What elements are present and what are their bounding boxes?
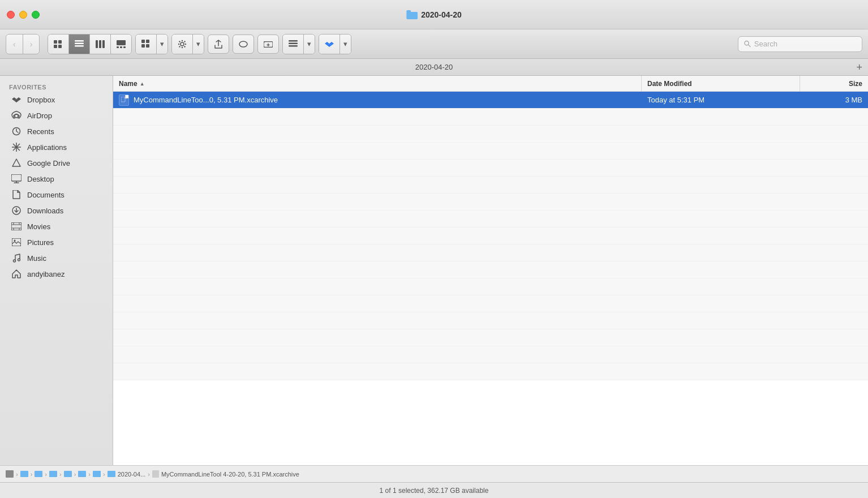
sidebar-item-desktop[interactable]: Desktop: [2, 171, 110, 187]
file-name-text: MyCommandLineToo...0, 5.31 PM.xcarchive: [134, 96, 278, 104]
svg-rect-13: [117, 46, 119, 48]
svg-rect-34: [289, 42, 298, 44]
svg-line-40: [748, 45, 750, 47]
column-name-header[interactable]: Name ▲: [113, 76, 642, 91]
empty-row: [113, 363, 868, 380]
sidebar-item-google-drive[interactable]: Google Drive: [2, 155, 110, 171]
svg-point-26: [184, 41, 186, 42]
share-button[interactable]: [208, 35, 229, 54]
file-name-cell: MyCommandLineToo...0, 5.31 PM.xcarchive: [113, 92, 642, 108]
svg-rect-5: [58, 45, 62, 48]
path-bar-title: 2020-04-20: [415, 63, 453, 71]
new-folder-button[interactable]: [257, 35, 279, 54]
sidebar-item-movies-label: Movies: [27, 222, 50, 231]
breadcrumb-item[interactable]: [49, 471, 57, 477]
svg-rect-63: [12, 238, 21, 246]
breadcrumb-separator: ›: [31, 471, 33, 478]
empty-row: [113, 126, 868, 143]
breadcrumb-item[interactable]: [20, 471, 28, 477]
grid2-icon: [141, 40, 151, 49]
file-size-text: 3 MB: [845, 96, 862, 104]
sort-icon: ▲: [140, 81, 145, 87]
svg-point-28: [184, 46, 186, 47]
forward-button[interactable]: ›: [23, 35, 40, 54]
documents-icon: [11, 190, 22, 200]
action-dropdown-button[interactable]: ▾: [193, 35, 204, 54]
empty-row: [113, 109, 868, 126]
sidebar-item-downloads[interactable]: Downloads: [2, 203, 110, 218]
breadcrumb-item[interactable]: [6, 470, 14, 478]
breadcrumb-item[interactable]: [93, 471, 101, 477]
add-tab-button[interactable]: +: [856, 62, 862, 72]
list-options-dropdown-button[interactable]: ▾: [304, 35, 315, 54]
navigation-buttons: ‹ ›: [6, 34, 40, 54]
sidebar-item-dropbox[interactable]: Dropbox: [2, 92, 110, 108]
breadcrumb-item[interactable]: [64, 471, 72, 477]
breadcrumb-item[interactable]: [78, 471, 86, 477]
column-size-header[interactable]: Size: [800, 76, 868, 91]
google-drive-icon: [11, 158, 22, 168]
downloads-icon: [11, 205, 22, 216]
sidebar-section-label: Favorites: [0, 81, 113, 92]
tag-button[interactable]: [233, 35, 254, 54]
svg-rect-6: [75, 40, 84, 42]
sidebar-item-airdrop[interactable]: AirDrop: [2, 108, 110, 123]
sidebar-item-downloads-label: Downloads: [27, 207, 63, 215]
table-row[interactable]: MyCommandLineToo...0, 5.31 PM.xcarchive …: [113, 92, 868, 109]
folder-icon: [406, 10, 418, 19]
icon-view-button[interactable]: [48, 35, 69, 54]
sidebar-item-documents[interactable]: Documents: [2, 187, 110, 203]
gallery-view-button[interactable]: [111, 35, 131, 54]
sidebar-item-desktop-label: Desktop: [27, 175, 54, 183]
empty-row: [113, 227, 868, 244]
svg-rect-15: [123, 46, 126, 48]
sidebar-item-recents[interactable]: Recents: [2, 123, 110, 139]
sidebar-item-applications[interactable]: Applications: [2, 139, 110, 155]
search-input[interactable]: [754, 40, 856, 48]
svg-point-24: [185, 43, 186, 44]
svg-rect-35: [289, 45, 298, 47]
breadcrumb-item[interactable]: [35, 471, 42, 477]
sidebar-item-movies[interactable]: Movies: [2, 218, 110, 234]
sidebar-item-google-drive-label: Google Drive: [27, 159, 70, 168]
status-text: 1 of 1 selected, 362.17 GB available: [380, 487, 489, 495]
main-content: Favorites Dropbox AirDrop: [0, 76, 868, 465]
svg-point-29: [239, 41, 247, 47]
sidebar-item-andyibanez[interactable]: andyibanez: [2, 266, 110, 282]
dropbox-button[interactable]: [319, 35, 340, 54]
list2-icon: [289, 40, 298, 48]
arrange-dropdown-button[interactable]: ▾: [157, 35, 167, 54]
dropbox-icon: [325, 40, 334, 48]
columns-icon: [96, 40, 105, 48]
breadcrumb-item-2020[interactable]: 2020-04...: [108, 471, 146, 478]
breadcrumb-file-label: MyCommandLineTool 4-20-20, 5.31 PM.xcarc…: [161, 471, 299, 478]
minimize-button[interactable]: [19, 11, 27, 19]
close-button[interactable]: [7, 11, 15, 19]
svg-rect-16: [141, 40, 145, 43]
empty-row: [113, 194, 868, 211]
sidebar-item-music[interactable]: Music: [2, 250, 110, 266]
svg-rect-51: [11, 174, 22, 181]
svg-rect-18: [141, 44, 145, 48]
svg-rect-1: [406, 10, 411, 13]
svg-rect-3: [58, 40, 62, 44]
maximize-button[interactable]: [32, 11, 40, 19]
search-bar[interactable]: [738, 36, 862, 52]
sidebar-item-pictures[interactable]: Pictures: [2, 234, 110, 250]
breadcrumb-item-file[interactable]: MyCommandLineTool 4-20-20, 5.31 PM.xcarc…: [152, 470, 299, 478]
back-button[interactable]: ‹: [6, 35, 23, 54]
list-options-button[interactable]: [283, 35, 304, 54]
action-button[interactable]: [172, 35, 193, 54]
column-view-button[interactable]: [90, 35, 111, 54]
home-icon: [11, 269, 22, 279]
dropbox-dropdown-button[interactable]: ▾: [340, 35, 351, 54]
grid-icon: [54, 40, 63, 48]
svg-rect-2: [54, 40, 57, 44]
column-date-header[interactable]: Date Modified: [642, 76, 800, 91]
list-view-button[interactable]: [69, 35, 90, 54]
svg-rect-19: [146, 44, 149, 48]
svg-rect-8: [75, 45, 84, 47]
arrange-button[interactable]: [136, 35, 157, 54]
arrange-button-group: ▾: [135, 34, 168, 54]
folder-icon: [108, 471, 115, 477]
